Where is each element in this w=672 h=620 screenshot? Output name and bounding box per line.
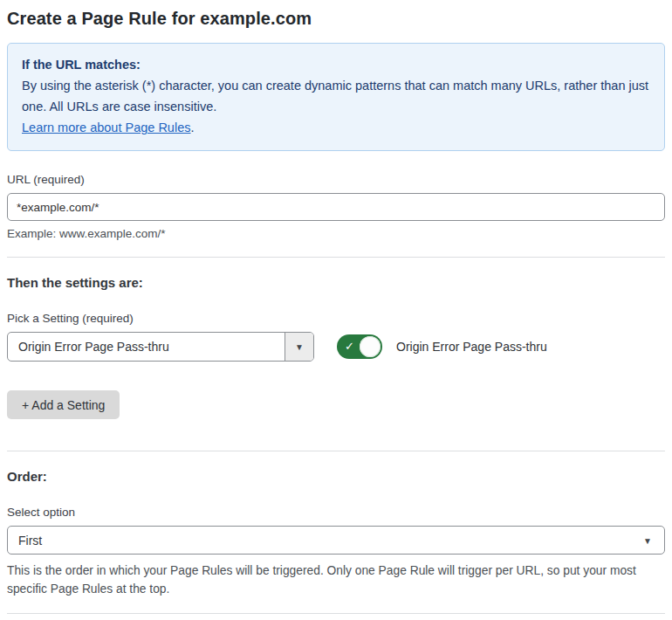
setting-toggle[interactable]: ✓ [337,334,382,359]
learn-more-link[interactable]: Learn more about Page Rules [22,121,190,134]
pick-setting-label: Pick a Setting (required) [7,312,665,325]
page-rule-form: Create a Page Rule for example.com If th… [0,0,672,620]
check-icon: ✓ [345,340,354,353]
info-box-link-line: Learn more about Page Rules. [22,117,650,138]
url-match-info-box: If the URL matches: By using the asteris… [7,43,665,151]
order-help-text: This is the order in which your Page Rul… [7,561,662,598]
setting-row: Origin Error Page Pass-thru ▼ ✓ Origin E… [7,332,665,362]
order-select[interactable]: First ▼ [7,526,665,555]
link-suffix: . [190,121,194,134]
toggle-knob [360,336,381,357]
chevron-down-icon: ▼ [295,342,304,352]
chevron-down-icon: ▼ [643,535,652,545]
order-section-heading: Order: [7,469,665,484]
setting-dropdown[interactable]: Origin Error Page Pass-thru ▼ [7,332,314,362]
add-setting-button[interactable]: + Add a Setting [7,390,120,419]
order-select-label: Select option [7,506,665,519]
url-field-label: URL (required) [7,173,665,186]
setting-toggle-label: Origin Error Page Pass-thru [396,340,547,354]
page-title: Create a Page Rule for example.com [7,9,665,29]
url-example-hint: Example: www.example.com/* [7,227,665,240]
url-input[interactable] [7,193,665,221]
divider [7,257,665,258]
settings-section-heading: Then the settings are: [7,275,665,290]
order-select-value: First [18,534,42,548]
info-box-body: By using the asterisk (*) character, you… [22,75,650,117]
setting-dropdown-arrow-button[interactable]: ▼ [285,333,313,361]
info-box-heading: If the URL matches: [22,54,650,75]
setting-dropdown-value: Origin Error Page Pass-thru [8,333,285,361]
divider [7,613,665,614]
divider [7,451,665,451]
